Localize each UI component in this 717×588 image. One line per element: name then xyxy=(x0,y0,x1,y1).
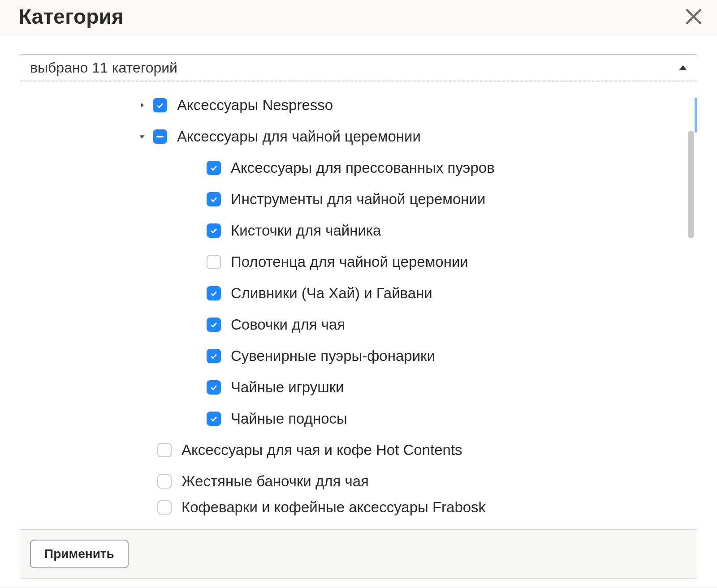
checkbox[interactable] xyxy=(207,318,221,332)
tree-row[interactable]: Полотенца для чайной церемонии xyxy=(20,246,697,278)
category-select-header[interactable]: выбрано 11 категорий xyxy=(20,54,697,81)
modal-body: выбрано 11 категорий Аксессуары Nespress… xyxy=(0,35,717,588)
svg-marker-0 xyxy=(141,103,144,107)
category-select-summary: выбрано 11 категорий xyxy=(30,60,177,76)
svg-marker-1 xyxy=(139,135,144,138)
checkbox[interactable] xyxy=(207,349,221,363)
checkbox[interactable] xyxy=(157,443,172,457)
checkbox[interactable] xyxy=(153,129,167,144)
tree-item-label: Полотенца для чайной церемонии xyxy=(231,254,468,269)
dropdown-footer: Применить xyxy=(20,529,697,578)
tree-row[interactable]: Кофеварки и кофейные аксессуары Frabosk xyxy=(20,497,697,518)
category-tree: Аксессуары NespressoАксессуары для чайно… xyxy=(20,82,697,530)
tree-row[interactable]: Аксессуары для прессованных пуэров xyxy=(20,152,697,184)
tree-item-label: Жестяные баночки для чая xyxy=(181,474,369,489)
tree-row[interactable]: Сувенирные пуэры-фонарики xyxy=(20,340,697,372)
tree-row[interactable]: Аксессуары Nespresso xyxy=(20,90,697,121)
tree-item-label: Кофеварки и кофейные аксессуары Frabosk xyxy=(181,500,486,515)
tree-item-label: Чайные игрушки xyxy=(231,380,344,395)
tree-row[interactable]: Кисточки для чайника xyxy=(20,215,697,246)
tree-item-label: Аксессуары для прессованных пуэров xyxy=(231,160,495,175)
tree-row[interactable]: Аксессуары для чайной церемонии xyxy=(20,121,697,152)
checkbox[interactable] xyxy=(157,500,172,515)
apply-button[interactable]: Применить xyxy=(30,540,129,568)
checkbox[interactable] xyxy=(207,161,221,175)
close-icon[interactable] xyxy=(684,7,704,26)
modal-title: Категория xyxy=(19,4,124,29)
tree-item-label: Чайные подносы xyxy=(231,411,347,426)
category-dropdown: Аксессуары NespressoАксессуары для чайно… xyxy=(20,82,697,579)
tree-item-label: Сливники (Ча Хай) и Гайвани xyxy=(231,286,432,300)
checkbox[interactable] xyxy=(207,255,221,269)
checkbox[interactable] xyxy=(207,223,221,238)
checkbox[interactable] xyxy=(207,412,221,426)
tree-row[interactable]: Совочки для чая xyxy=(20,309,697,340)
modal-header: Категория xyxy=(0,0,717,35)
chevron-up-icon xyxy=(679,65,687,70)
tree-row[interactable]: Аксессуары для чая и кофе Hot Contents xyxy=(20,434,697,466)
checkbox[interactable] xyxy=(207,192,221,206)
tree-row[interactable]: Сливники (Ча Хай) и Гайвани xyxy=(20,278,697,309)
checkbox[interactable] xyxy=(207,286,221,300)
checkbox[interactable] xyxy=(207,380,221,395)
tree-item-label: Кисточки для чайника xyxy=(231,223,381,238)
tree-row[interactable]: Чайные игрушки xyxy=(20,372,697,403)
tree-item-label: Аксессуары Nespresso xyxy=(177,98,333,112)
tree-row[interactable]: Чайные подносы xyxy=(20,403,697,434)
checkbox[interactable] xyxy=(153,98,167,112)
tree-item-label: Инструменты для чайной церемонии xyxy=(231,192,485,206)
tree-row[interactable]: Жестяные баночки для чая xyxy=(20,466,697,497)
chevron-right-icon[interactable] xyxy=(134,102,150,108)
tree-item-label: Аксессуары для чайной церемонии xyxy=(177,129,421,144)
tree-item-label: Сувенирные пуэры-фонарики xyxy=(231,348,435,363)
chevron-down-icon[interactable] xyxy=(134,133,150,140)
checkbox[interactable] xyxy=(157,474,172,489)
tree-item-label: Совочки для чая xyxy=(231,317,345,332)
tree-row[interactable]: Инструменты для чайной церемонии xyxy=(20,184,697,215)
category-modal: Категория выбрано 11 категорий Аксессуар… xyxy=(0,0,717,588)
tree-item-label: Аксессуары для чая и кофе Hot Contents xyxy=(181,442,462,457)
